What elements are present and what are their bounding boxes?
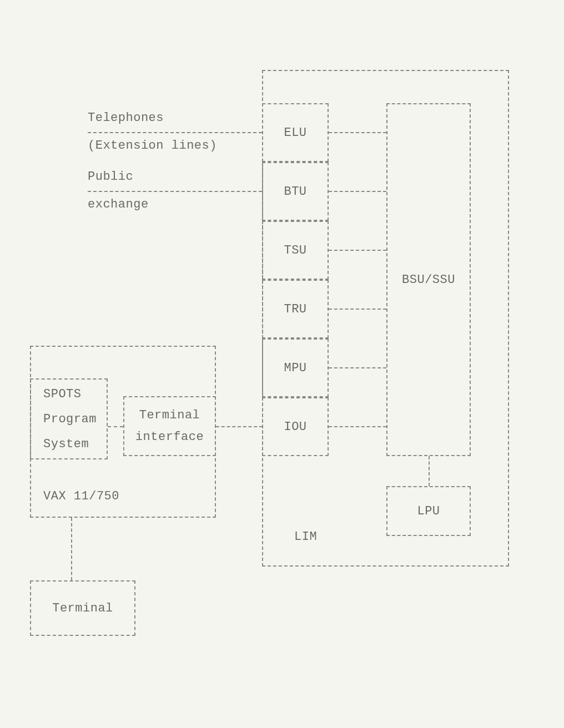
tsu-label: TSU [284,244,306,257]
terminal-label: Terminal [52,601,113,615]
terminal-if-l1: Terminal [139,408,200,422]
elu-bsu-line [329,132,386,133]
mpu-label: MPU [284,361,306,375]
btu-bsu-line [329,191,386,192]
extension-lines-label: (Extension lines) [88,139,217,153]
lpu-label: LPU [417,504,440,518]
spots-l3: System [43,437,89,451]
terminal-box: Terminal [30,580,135,636]
btu-label: BTU [284,185,306,199]
tsu-bsu-line [329,250,386,251]
telephones-line [88,132,262,133]
elu-box: ELU [262,103,329,162]
btu-box: BTU [262,162,329,221]
telephones-label: Telephones [88,111,164,125]
iou-bsu-line [329,426,386,427]
terminal-interface-box: Terminal interface [123,396,216,456]
bsu-label: BSU/SSU [402,273,455,287]
elu-label: ELU [284,126,306,140]
iou-label: IOU [284,420,306,434]
lpu-box: LPU [386,486,471,536]
tru-label: TRU [284,302,306,316]
iou-box: IOU [262,397,329,456]
public-label: Public [88,170,133,184]
bsu-box: BSU/SSU [386,103,471,456]
ti-iou-line [216,426,263,427]
tsu-box: TSU [262,221,329,280]
spots-l2: Program [43,412,97,426]
terminal-if-l2: interface [135,430,204,444]
public-exchange-line [88,191,262,192]
tru-box: TRU [262,280,329,338]
mpu-box: MPU [262,338,329,397]
mpu-bsu-line [329,367,386,368]
exchange-label: exchange [88,198,149,211]
tru-bsu-line [329,309,386,310]
spots-box: SPOTS Program System [30,378,108,459]
lim-label: LIM [294,530,317,544]
bsu-lpu-line [429,456,430,486]
vax-terminal-line [71,518,72,580]
vax-label: VAX 11/750 [43,489,119,503]
spots-ti-line [108,426,123,427]
spots-l1: SPOTS [43,387,82,401]
